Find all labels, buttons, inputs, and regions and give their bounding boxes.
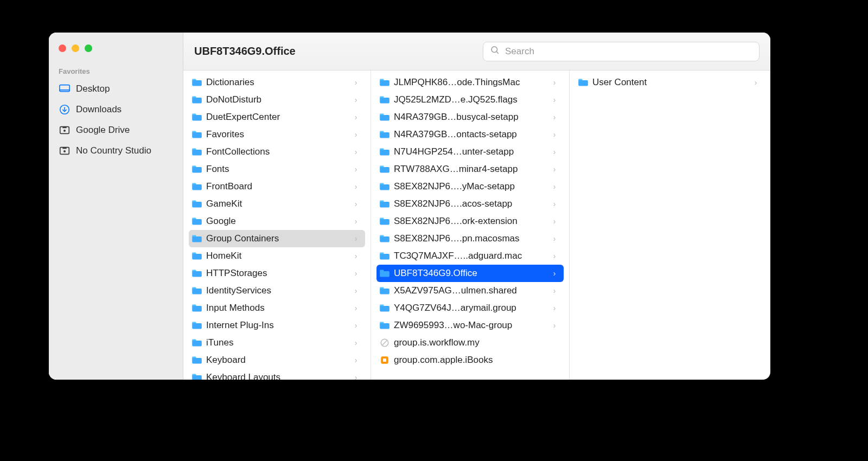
list-item[interactable]: N4RA379GB…ontacts-setapp› (376, 126, 564, 143)
list-item[interactable]: Internet Plug-Ins› (189, 317, 365, 334)
list-item-label: Group Containers (206, 233, 348, 244)
folder-icon (192, 251, 202, 261)
list-item[interactable]: IdentityServices› (189, 282, 365, 299)
list-item-label: S8EX82NJP6….acos-setapp (394, 199, 546, 209)
chevron-right-icon: › (352, 234, 360, 243)
sidebar-item[interactable]: Google Drive (49, 120, 183, 140)
list-item[interactable]: X5AZV975AG…ulmen.shared› (376, 282, 564, 299)
chevron-right-icon: › (352, 356, 360, 364)
list-item[interactable]: User Content› (575, 74, 765, 91)
sidebar: Favorites Desktop Downloads Google Drive… (49, 33, 183, 380)
folder-icon (192, 164, 202, 174)
list-item-label: iTunes (206, 337, 348, 348)
list-item[interactable]: Keyboard Layouts› (189, 369, 365, 380)
list-item[interactable]: N4RA379GB…busycal-setapp› (376, 108, 564, 126)
folder-icon (192, 373, 202, 380)
list-item[interactable]: DoNotDisturb› (189, 91, 365, 108)
list-item[interactable]: FontCollections› (189, 143, 365, 161)
folder-icon (192, 199, 202, 209)
chevron-right-icon: › (551, 130, 558, 139)
list-item[interactable]: Dictionaries› (189, 74, 365, 91)
svg-rect-58 (380, 184, 390, 190)
chevron-right-icon: › (551, 200, 558, 208)
list-item[interactable]: S8EX82NJP6….acos-setapp› (376, 195, 564, 213)
chevron-right-icon: › (352, 252, 360, 260)
list-item[interactable]: Fonts› (189, 161, 365, 178)
minimize-window-button[interactable] (72, 44, 79, 52)
list-item[interactable]: group.is.workflow.my (376, 334, 564, 351)
list-item[interactable]: iTunes› (189, 334, 365, 351)
list-item-label: Keyboard (206, 355, 348, 366)
list-item[interactable]: UBF8T346G9.Office› (376, 265, 564, 282)
folder-icon (380, 182, 390, 191)
folder-icon (192, 234, 202, 244)
column-3[interactable]: User Content› (570, 71, 770, 380)
svg-rect-38 (192, 323, 202, 329)
chevron-right-icon: › (352, 182, 360, 191)
close-window-button[interactable] (59, 44, 66, 52)
chevron-right-icon: › (352, 165, 360, 174)
chevron-right-icon: › (352, 338, 360, 347)
svg-rect-46 (380, 80, 390, 86)
list-item[interactable]: GameKit› (189, 195, 365, 213)
list-item[interactable]: RTW788AXG…minar4-setapp› (376, 161, 564, 178)
folder-icon (380, 199, 390, 209)
sidebar-item-label: No Country Studio (76, 145, 151, 156)
list-item[interactable]: Keyboard› (189, 351, 365, 369)
list-item[interactable]: JLMPQHK86…ode.ThingsMac› (376, 74, 564, 91)
list-item[interactable]: TC3Q7MAJXF…..adguard.mac› (376, 247, 564, 265)
chevron-right-icon: › (352, 148, 360, 156)
list-item[interactable]: HomeKit› (189, 247, 365, 265)
list-item-label: S8EX82NJP6….pn.macosmas (394, 233, 546, 244)
folder-icon (192, 112, 202, 122)
chevron-right-icon: › (551, 321, 558, 330)
list-item[interactable]: HTTPStorages› (189, 265, 365, 282)
list-item[interactable]: JQ525L2MZD…e.JQ525.flags› (376, 91, 564, 108)
list-item-label: Input Methods (206, 303, 348, 313)
list-item[interactable]: Input Methods› (189, 299, 365, 317)
list-item[interactable]: Favorites› (189, 126, 365, 143)
svg-rect-36 (192, 306, 202, 311)
svg-point-4 (63, 130, 66, 132)
window-title: UBF8T346G9.Office (194, 45, 296, 57)
svg-rect-14 (192, 115, 202, 120)
list-item-label: N7U4HGP254…unter-setapp (394, 146, 546, 157)
list-item[interactable]: Google› (189, 213, 365, 230)
list-item[interactable]: DuetExpertCenter› (189, 108, 365, 126)
chevron-right-icon: › (352, 269, 360, 278)
column-2[interactable]: JLMPQHK86…ode.ThingsMac› JQ525L2MZD…e.JQ… (371, 71, 570, 380)
sidebar-item[interactable]: Desktop (49, 79, 183, 99)
svg-rect-26 (192, 219, 202, 225)
list-item[interactable]: N7U4HGP254…unter-setapp› (376, 143, 564, 161)
column-1[interactable]: Dictionaries› DoNotDisturb› DuetExpertCe… (183, 71, 371, 380)
folder-icon (380, 164, 390, 174)
svg-rect-44 (192, 375, 202, 380)
svg-rect-10 (192, 80, 202, 86)
search-input[interactable] (505, 46, 752, 57)
list-item[interactable]: S8EX82NJP6….pn.macosmas› (376, 230, 564, 247)
sidebar-item[interactable]: No Country Studio (49, 140, 183, 161)
folder-icon (380, 234, 390, 244)
zoom-window-button[interactable] (85, 44, 92, 52)
sidebar-item[interactable]: Downloads (49, 99, 183, 120)
list-item[interactable]: Group Containers› (189, 230, 365, 247)
list-item-label: FrontBoard (206, 181, 348, 192)
app-icon (380, 355, 390, 365)
list-item-label: Internet Plug-Ins (206, 320, 348, 331)
chevron-right-icon: › (551, 182, 558, 191)
list-item[interactable]: group.com.apple.iBooks (376, 351, 564, 369)
chevron-right-icon: › (352, 130, 360, 139)
folder-icon (380, 303, 390, 313)
list-item-label: group.is.workflow.my (394, 337, 558, 348)
list-item-label: N4RA379GB…busycal-setapp (394, 112, 546, 123)
list-item[interactable]: ZW9695993…wo-Mac-group› (376, 317, 564, 334)
folder-icon (192, 268, 202, 278)
folder-icon (380, 78, 390, 87)
svg-rect-66 (380, 254, 390, 259)
list-item[interactable]: Y4QG7ZV64J…arymail.group› (376, 299, 564, 317)
list-item[interactable]: S8EX82NJP6….ork-extension› (376, 213, 564, 230)
list-item[interactable]: FrontBoard› (189, 178, 365, 195)
list-item-label: GameKit (206, 199, 348, 209)
search-field[interactable] (483, 42, 760, 61)
list-item[interactable]: S8EX82NJP6….yMac-setapp› (376, 178, 564, 195)
